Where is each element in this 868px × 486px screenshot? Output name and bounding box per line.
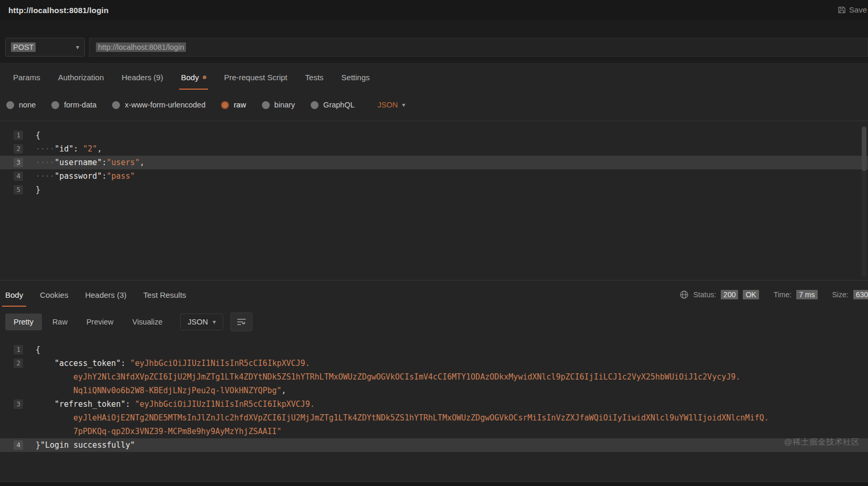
request-tabs: ParamsAuthorizationHeaders (9)BodyPre-re… [0, 63, 868, 91]
line-number: 4 [14, 171, 23, 181]
view-tab-pretty[interactable]: Pretty [5, 314, 42, 330]
line-number-gutter: 4 [0, 169, 29, 183]
response-meta: Status: 200 OK Time: 7 ms Size: 630 [679, 290, 868, 299]
response-code-line: 4}"Login successfully" [0, 438, 868, 452]
response-code-line: eyJleHAiOjE2NTg2NDE5MTMsInJlZnJlc2hfdXVp… [0, 411, 868, 425]
response-tab-cookies[interactable]: Cookies [31, 280, 76, 309]
time-label: Time: [774, 290, 792, 299]
tab-label: Pre-request Script [224, 73, 288, 82]
request-tab-headers-9[interactable]: Headers (9) [113, 63, 172, 91]
view-tab-visualize[interactable]: Visualize [124, 314, 171, 330]
request-code-line: 3····"username":"users", [0, 156, 868, 169]
body-mode-raw[interactable]: raw [221, 101, 246, 109]
line-number: 3 [14, 158, 23, 167]
response-tab-headers-3[interactable]: Headers (3) [76, 280, 135, 309]
request-title: http://localhost:8081/login [8, 6, 108, 15]
method-value: POST [11, 42, 36, 52]
juejin-watermark: @稀土掘金技术社区 [784, 437, 860, 448]
body-mode-binary[interactable]: binary [262, 101, 295, 109]
response-code-line: 7pPDKQq-qp2Dx3VNZ39-MCPm8e9hy9AyMzYhjZSA… [0, 425, 868, 438]
tab-label: Headers (9) [122, 73, 163, 82]
response-code-line: 1{ [0, 343, 868, 357]
line-number-gutter: 1 [0, 343, 29, 357]
url-input[interactable]: http://localhost:8081/login [89, 38, 868, 57]
format-value: JSON [378, 101, 398, 109]
body-mode-x-www-form-urlencoded[interactable]: x-www-form-urlencoded [112, 101, 205, 109]
line-number-gutter: 2 [0, 357, 29, 370]
tab-label: Cookies [40, 290, 68, 299]
tab-label: Params [13, 73, 40, 82]
request-code-line: 4····"password":"pass" [0, 169, 868, 183]
code-text: "access_token": "eyJhbGciOiJIUzI1NiIsInR… [29, 357, 310, 370]
line-number: 3 [14, 399, 23, 409]
request-code-line: 2····"id": "2", [0, 142, 868, 156]
body-mode-graphql[interactable]: GraphQL [311, 101, 355, 109]
mode-label: raw [234, 101, 246, 109]
line-number-gutter [0, 384, 29, 397]
line-number-gutter [0, 370, 29, 384]
code-text: }"Login successfully" [29, 438, 135, 452]
response-format-select[interactable]: JSON ▾ [180, 314, 223, 330]
request-tab-settings[interactable]: Settings [333, 63, 379, 91]
tab-label: Tests [305, 73, 324, 82]
body-mode-none[interactable]: none [6, 101, 36, 109]
tab-label: Body [5, 290, 23, 299]
body-content-dot-icon [203, 75, 206, 79]
line-number-gutter [0, 411, 29, 425]
line-number: 1 [14, 345, 23, 354]
code-text: } [29, 183, 40, 197]
response-header: BodyCookiesHeaders (3)Test Results Statu… [0, 280, 868, 309]
tab-label: Test Results [144, 290, 186, 299]
line-number-gutter: 1 [0, 128, 29, 142]
line-number-gutter [0, 425, 29, 438]
response-tab-body[interactable]: Body [0, 280, 31, 309]
chevron-down-icon: ▾ [76, 44, 79, 50]
code-text: Nq1iQNNv0o6b2W8-KBEdjLNzjPeu2q-lVOkHNZYQ… [29, 384, 286, 397]
response-body-editor[interactable]: 1{2"access_token": "eyJhbGciOiJIUzI1NiIs… [0, 339, 868, 486]
line-number-gutter: 4 [0, 438, 29, 452]
response-code-line: eyJhY2Nlc3NfdXVpZCI6IjU2MjJmZTg1LTk4ZDYt… [0, 370, 868, 384]
request-bar: POST ▾ http://localhost:8081/login [5, 38, 868, 57]
code-text: ····"id": "2", [29, 142, 102, 156]
request-tab-body[interactable]: Body [172, 63, 215, 91]
body-format-select[interactable]: JSON▾ [378, 101, 405, 109]
code-text: { [29, 343, 40, 357]
mode-label: x-www-form-urlencoded [125, 101, 205, 109]
response-tabs: BodyCookiesHeaders (3)Test Results [0, 280, 194, 309]
code-text: 7pPDKQq-qp2Dx3VNZ39-MCPm8e9hy9AyMzYhjZSA… [29, 425, 281, 438]
code-text: { [29, 128, 40, 142]
size-value: 630 [853, 290, 868, 299]
line-number: 2 [14, 359, 23, 368]
request-code-line: 1{ [0, 128, 868, 142]
response-code-line: 3"refresh_token": "eyJhbGciOiJIUzI1NiIsI… [0, 397, 868, 411]
scrollbar-thumb[interactable] [862, 127, 866, 171]
save-label: Save [849, 5, 867, 14]
globe-icon[interactable] [679, 290, 689, 299]
size-label: Size: [832, 290, 849, 299]
bottom-edge [0, 482, 868, 486]
body-mode-form-data[interactable]: form-data [51, 101, 96, 109]
method-select[interactable]: POST ▾ [5, 38, 85, 57]
status-text: OK [743, 290, 759, 299]
chevron-down-icon: ▾ [402, 102, 405, 108]
request-body-editor[interactable]: 1{2····"id": "2",3····"username":"users"… [0, 121, 868, 280]
line-number-gutter: 5 [0, 183, 29, 197]
view-tab-preview[interactable]: Preview [78, 314, 122, 330]
line-number-gutter: 3 [0, 397, 29, 411]
url-value: http://localhost:8081/login [96, 42, 186, 52]
wrap-lines-button[interactable] [230, 312, 252, 331]
request-tab-authorization[interactable]: Authorization [49, 63, 113, 91]
mode-label: GraphQL [323, 101, 355, 109]
view-tab-raw[interactable]: Raw [44, 314, 76, 330]
line-number-gutter: 3 [0, 156, 29, 169]
app-topbar: http://localhost:8081/login Save [0, 0, 868, 20]
request-tab-pre-request-script[interactable]: Pre-request Script [215, 63, 296, 91]
request-tab-tests[interactable]: Tests [296, 63, 333, 91]
save-button[interactable]: Save [833, 4, 868, 16]
radio-icon [112, 101, 120, 109]
line-number: 1 [14, 131, 23, 140]
request-tab-params[interactable]: Params [4, 63, 49, 91]
response-view-toolbar: PrettyRawPreviewVisualize JSON ▾ [0, 310, 868, 333]
editor-scrollbar[interactable] [862, 126, 866, 277]
response-tab-test-results[interactable]: Test Results [135, 280, 195, 309]
